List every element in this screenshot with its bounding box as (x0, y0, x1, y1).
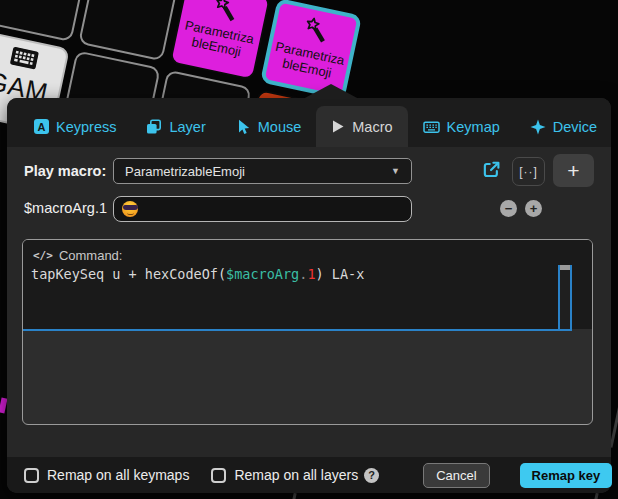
key-blank[interactable] (78, 0, 180, 61)
tab-label: Layer (169, 119, 205, 135)
layers-icon (146, 119, 162, 135)
open-macro-external-button[interactable] (482, 160, 501, 179)
code-segment: ) LA-x (316, 266, 365, 282)
tab-label: Macro (352, 119, 392, 135)
key-parametrizable-emoji[interactable]: ParametrizableEmoji (169, 0, 271, 81)
command-code-line: tapKeySeq u + hexCodeOf($macroArg.1) LA-… (31, 266, 364, 282)
tab-macro[interactable]: Macro (316, 106, 407, 147)
keymap-icon (423, 119, 440, 135)
tab-mouse[interactable]: Mouse (221, 106, 317, 147)
play-macro-label: Play macro: (24, 163, 106, 179)
brackets-dots-icon: [··] (519, 165, 538, 179)
keypress-icon: A (34, 119, 49, 134)
remove-arg-button[interactable]: − (500, 200, 517, 217)
editor-scrollbar-thumb[interactable] (560, 265, 570, 270)
checkbox-label: Remap on all keymaps (47, 467, 189, 483)
remap-key-button[interactable]: Remap key (520, 463, 613, 488)
tab-label: Mouse (258, 119, 302, 135)
dialog-footer: Remap on all keymaps Remap on all layers… (7, 457, 611, 493)
tab-label: Device (553, 119, 597, 135)
action-type-tabbar: A Keypress Layer Mouse (7, 98, 611, 147)
code-segment-variable: $macroArg (226, 266, 299, 282)
sunglasses-emoji (122, 201, 138, 217)
command-panel: </> Command: tapKeySeq u + hexCodeOf($ma… (22, 239, 593, 425)
key-blank[interactable] (0, 0, 89, 42)
editor-focus-underline (23, 329, 572, 331)
checkbox-label: Remap on all layers (234, 467, 358, 483)
tab-keypress[interactable]: A Keypress (19, 106, 131, 147)
remap-all-keymaps-option: Remap on all keymaps (24, 467, 189, 483)
cancel-button[interactable]: Cancel (423, 463, 489, 488)
code-segment: tapKeySeq u + hexCodeOf( (31, 266, 226, 282)
key-label: ParametrizableEmoji (179, 18, 257, 62)
dialog-pointer-arrow (303, 84, 359, 99)
selected-macro-value: ParametrizableEmoji (125, 164, 245, 179)
four-point-star-icon (530, 119, 546, 135)
editor-scrollbar[interactable] (558, 265, 572, 329)
chevron-down-icon: ▼ (391, 166, 400, 176)
plus-icon: + (567, 159, 579, 183)
remap-all-layers-option: Remap on all layers ? (211, 467, 379, 483)
command-header: </> Command: (33, 248, 122, 263)
code-segment-number: 1 (307, 266, 315, 282)
remap-key-dialog: A Keypress Layer Mouse (7, 98, 611, 493)
play-icon (331, 119, 345, 134)
add-arg-button[interactable]: + (525, 200, 542, 217)
command-label: Command: (59, 248, 123, 263)
remap-all-layers-checkbox[interactable] (211, 468, 226, 483)
tab-label: Keypress (56, 119, 116, 135)
key-sliver-border (594, 493, 598, 499)
tab-label: Keymap (447, 119, 500, 135)
cursor-icon (236, 119, 251, 135)
add-macro-button[interactable]: + (553, 154, 594, 187)
macro-arg-input[interactable] (113, 196, 412, 222)
key-label: ParametrizableEmoji (269, 39, 347, 83)
tab-keymap[interactable]: Keymap (408, 106, 515, 147)
key-sliver-border (292, 493, 296, 499)
help-icon[interactable]: ? (364, 468, 379, 483)
code-icon: </> (33, 249, 53, 262)
plus-icon: + (530, 202, 538, 215)
tab-none[interactable]: None (612, 106, 618, 147)
macro-arg-label: $macroArg.1 (24, 200, 107, 216)
macro-select-dropdown[interactable]: ParametrizableEmoji ▼ (113, 158, 412, 184)
tab-layer[interactable]: Layer (131, 106, 220, 147)
macro-arguments-button[interactable]: [··] (512, 157, 545, 186)
tab-device[interactable]: Device (515, 106, 612, 147)
remap-all-keymaps-checkbox[interactable] (24, 468, 39, 483)
command-code-editor[interactable]: </> Command: tapKeySeq u + hexCodeOf($ma… (23, 240, 592, 329)
minus-icon: − (505, 202, 513, 215)
